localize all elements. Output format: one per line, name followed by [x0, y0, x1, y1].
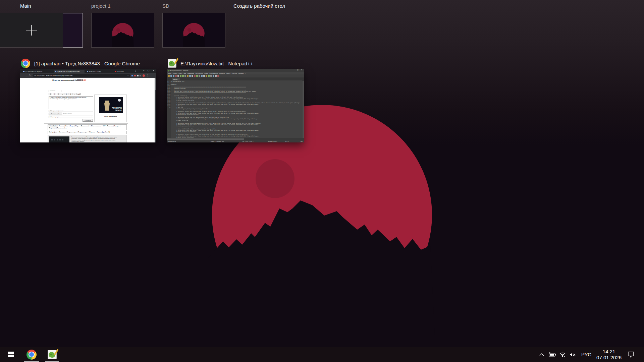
taskbar-clock[interactable]: 14:21 07.01.2026 [594, 349, 624, 361]
action-center-icon[interactable] [624, 347, 638, 362]
section-select: Выберите раздел [49, 116, 93, 118]
format-button: B [49, 93, 52, 95]
notepad-menu-item: Инструменты [210, 72, 218, 74]
notepad-toolbar-icon [184, 75, 186, 77]
notepad-window-title-text: E:\Паутинки\low.txt - Notepad++ [180, 61, 253, 66]
format-button: u [61, 93, 64, 95]
inactive-desktop-dim-overlay [163, 13, 225, 47]
desktop-label-main: Main [20, 3, 31, 9]
chrome-window-thumbnail[interactable]: [1] apachan — Афиша[1] apachan — Тред №8… [20, 69, 156, 142]
banner-subcaption: Доска объявлений [95, 116, 126, 117]
chrome-icon [21, 59, 30, 68]
board-nav-link: Предложка [49, 127, 56, 129]
tray-chevron-icon[interactable] [537, 347, 547, 362]
system-tray: РУС 14:21 07.01.2026 [537, 347, 644, 362]
format-button: S [57, 93, 60, 95]
status-length: length : 7 784 lines : 345 [211, 140, 224, 142]
board-nav-row1: Стиль Bydlo ▾Главная|Блог|Бред+|Медиа|Пр… [48, 124, 127, 130]
notepad-toolbar-icon [208, 75, 210, 77]
submit-button: Отправить [83, 119, 93, 122]
notepad-window-thumbnail[interactable]: E:\Паутинки\low.txt - Notepad++ – ▢ ✕ Фа… [167, 69, 304, 142]
board-nav-link: Проявленный [81, 125, 89, 127]
board-nav-link: Главная [59, 125, 64, 127]
close-thread-link: (X) [84, 79, 86, 81]
battery-charging-icon[interactable] [547, 347, 557, 362]
board-nav-row2: Мой профиль|Мои посты|Сохранить куки|Заг… [48, 131, 127, 134]
format-button: Бг [65, 93, 68, 95]
format-button: I [53, 93, 56, 95]
notepad-toolbar-icon [206, 75, 207, 77]
board-nav-link: Сохранить куки [67, 131, 76, 133]
image-url-field: URL адрес изображения [49, 110, 93, 112]
language-indicator[interactable]: РУС [578, 352, 594, 357]
notepad-toolbar-icon [196, 75, 198, 77]
editor-vertical-scrollbar [302, 80, 304, 138]
notepad-toolbar-icon [168, 75, 170, 77]
forward-icon: → [25, 74, 28, 77]
notepad-menu-item: Вкладки [238, 72, 244, 74]
post-attached-screenshot [49, 136, 69, 142]
taskbar-time: 14:21 [596, 349, 622, 355]
notepad-menu-item: Макросы [219, 72, 225, 74]
chrome-icon [26, 350, 37, 360]
chrome-window-title[interactable]: [1] apachan • Тред №883843 - Google Chro… [21, 59, 140, 68]
extension-icon [140, 75, 141, 76]
chrome-tab: [1] apachan — Тред №883843 [54, 70, 85, 73]
notepad-tab-low-txt: low.txt ✕ [172, 78, 180, 80]
taskbar: РУС 14:21 07.01.2026 [0, 347, 644, 362]
wifi-icon[interactable] [557, 347, 568, 362]
chrome-omnibox: Не защищено apachan.space/post.php?id=88… [33, 74, 130, 77]
desktop-tile-sd[interactable] [162, 13, 225, 48]
start-button[interactable] [3, 347, 19, 362]
subject-field: Заголовок [49, 90, 61, 92]
divider [44, 123, 128, 124]
bag-head-figure [104, 101, 110, 111]
desktop-label-project1: project 1 [91, 3, 111, 9]
chrome-menu-icon: ⋮ [146, 74, 149, 77]
moon-graphic [118, 99, 121, 102]
board-nav-link: Айти-технологии [91, 125, 101, 127]
board-nav-link: Избранное [89, 131, 95, 133]
reply-header: Ответ на анонсирующий №883843 (X) [52, 79, 86, 81]
chrome-tab: apachan • Бред [86, 70, 113, 73]
notepad-editor: 1 2 3 4 5 6 7 8 9 10 11 12 13 14 15 16 1… [167, 80, 304, 138]
notepad-toolbar-icon [187, 75, 189, 77]
board-nav-link: Поиск по сайту [57, 127, 66, 129]
taskbar-chrome-button[interactable] [23, 347, 40, 362]
notepad-toolbar-icon [182, 75, 184, 77]
editor-text: # Configuration File general { #########… [171, 80, 302, 138]
notepad-statusbar: Normal text file length : 7 784 lines : … [167, 140, 304, 142]
windows-logo-icon [8, 352, 14, 357]
notepad-menu-item: Вид [183, 72, 186, 74]
chrome-new-tab-button: + [135, 70, 136, 73]
banner-caption-text: APACHANSPACE [112, 107, 122, 111]
notepad-toolbar-icon [175, 75, 177, 77]
format-buttons: BISuБгQ☺mp4 [49, 93, 80, 95]
notepad-plus-plus-icon [168, 59, 176, 68]
format-button: ☺ [73, 93, 76, 95]
board-nav-link: БОТ [103, 125, 106, 127]
desktop-tile-project1[interactable] [91, 13, 154, 48]
chrome-window-title-text: [1] apachan • Тред №883843 - Google Chro… [34, 61, 140, 66]
apachan-space-banner: APACHANSPACE [99, 97, 123, 113]
notepad-window-title[interactable]: E:\Паутинки\low.txt - Notepad++ [168, 59, 253, 68]
notepad-titlebar: E:\Паутинки\low.txt - Notepad++ – ▢ ✕ [167, 69, 304, 72]
desktop-wallpaper [0, 0, 644, 362]
extension-icon [131, 75, 133, 76]
notepad-toolbar-icon [177, 75, 179, 77]
board-nav-link: Политика [107, 125, 113, 127]
notepad-toolbar-icon [215, 75, 217, 77]
notepad-menubar: ФайлПравкаПоискВидКодировкиСинтаксисыОпц… [167, 72, 304, 74]
notepad-menu-item: Кодировки [187, 72, 194, 74]
back-icon: ← [21, 74, 24, 77]
volume-muted-icon[interactable] [568, 347, 578, 362]
board-nav-link: Загрузить куки [78, 131, 87, 133]
notepad-toolbar-icon [203, 75, 205, 77]
post-text: Как же там временами пока! Пыл и преслед… [71, 136, 125, 142]
notepad-plus-plus-icon [48, 350, 57, 359]
new-desktop-button[interactable] [0, 13, 63, 48]
board-nav-link: Мои посты [59, 131, 66, 133]
taskbar-notepad-button[interactable] [44, 347, 60, 362]
notepad-toolbar-icon [213, 75, 214, 77]
chrome-profile-avatar [143, 74, 145, 77]
